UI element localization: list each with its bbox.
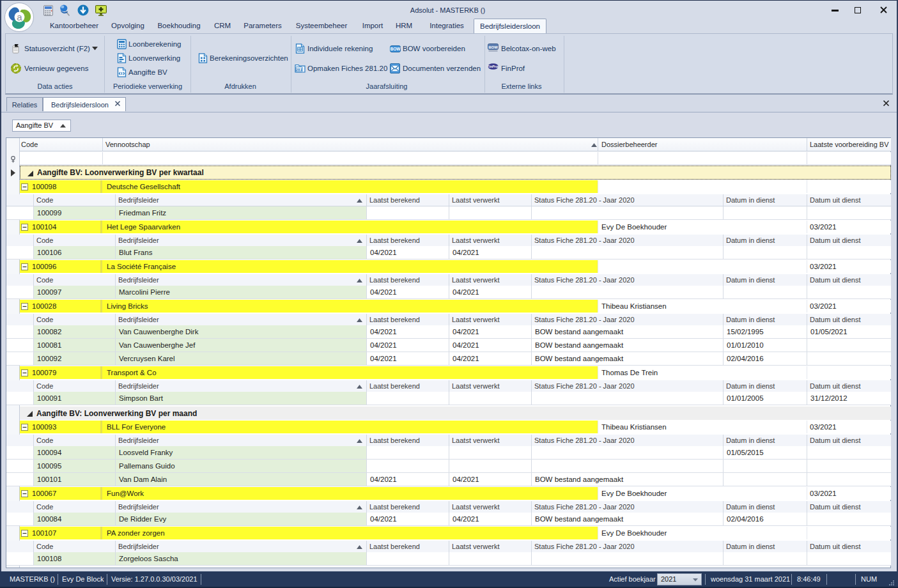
svg-text:BOW: BOW (391, 47, 401, 51)
svg-text:281: 281 (296, 68, 303, 72)
svg-text:BOW: BOW (488, 45, 498, 49)
svg-text:a: a (17, 12, 22, 22)
svg-text:FinProf: FinProf (488, 65, 499, 68)
